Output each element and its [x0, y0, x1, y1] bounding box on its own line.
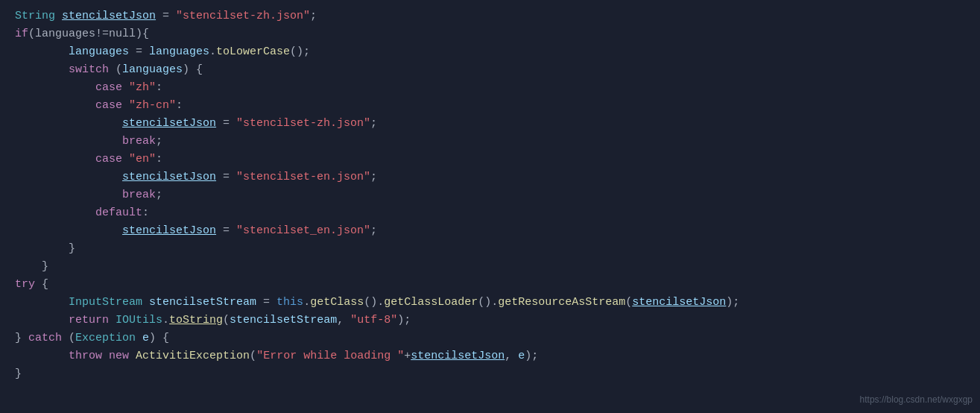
- code-editor: String stencilsetJson = "stencilset-zh.j…: [0, 0, 980, 391]
- code-line: try {: [15, 276, 965, 294]
- code-line: switch (languages) {: [15, 61, 965, 79]
- code-line: InputStream stencilsetStream = this.getC…: [15, 294, 965, 312]
- code-line: case "en":: [15, 151, 965, 168]
- code-line: return IOUtils.toString(stencilsetStream…: [15, 312, 965, 330]
- code-line: default:: [15, 204, 965, 222]
- code-line: stencilsetJson = "stencilset_en.json";: [15, 222, 965, 240]
- code-line: if(languages!=null){: [15, 25, 965, 43]
- code-line: case "zh-cn":: [15, 97, 965, 115]
- code-line: stencilsetJson = "stencilset-en.json";: [15, 168, 965, 186]
- code-line: throw new ActivitiException("Error while…: [15, 347, 965, 365]
- code-line: String stencilsetJson = "stencilset-zh.j…: [15, 7, 965, 25]
- code-line: break;: [15, 133, 965, 151]
- code-line: } catch (Exception e) {: [15, 330, 965, 347]
- code-line: languages = languages.toLowerCase();: [15, 43, 965, 61]
- code-line: stencilsetJson = "stencilset-zh.json";: [15, 115, 965, 133]
- code-line: }: [15, 240, 965, 258]
- code-line: case "zh":: [15, 79, 965, 97]
- code-line: }: [15, 258, 965, 276]
- code-line: break;: [15, 186, 965, 204]
- watermark: https://blog.csdn.net/wxgxgp: [860, 393, 973, 407]
- code-line: }: [15, 365, 965, 383]
